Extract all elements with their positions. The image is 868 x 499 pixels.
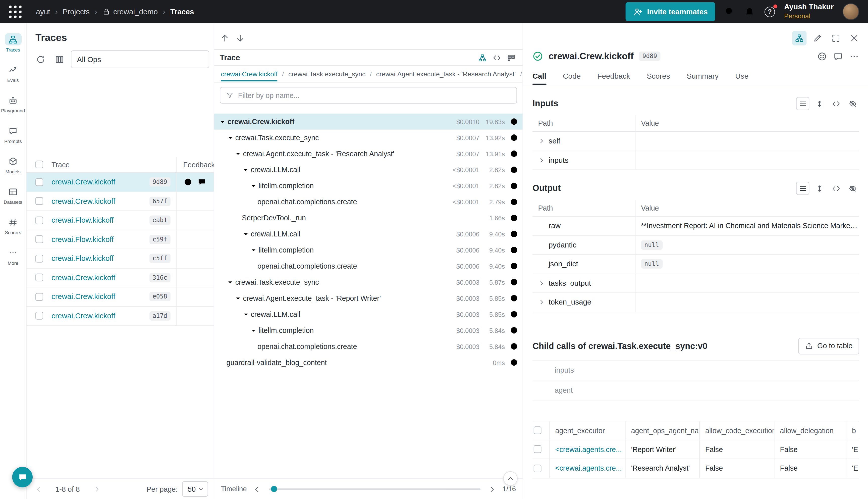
trace-list-row[interactable]: crewai.Crew.kickoff657f: [27, 192, 214, 211]
breadcrumb-item[interactable]: Traces: [170, 8, 194, 16]
tab-use[interactable]: Use: [735, 67, 748, 85]
row-checkbox[interactable]: [35, 178, 43, 186]
json-view-button[interactable]: [829, 97, 843, 110]
chevron-down-icon[interactable]: [250, 246, 258, 254]
trace-name-link[interactable]: crewai.Crew.kickoff: [51, 273, 149, 282]
child-table-column-header[interactable]: allow_delegation: [774, 421, 846, 439]
trace-name-link[interactable]: crewai.Crew.kickoff: [51, 178, 149, 186]
add-comment-icon[interactable]: [833, 51, 843, 61]
tab-call[interactable]: Call: [532, 67, 546, 85]
chevron-down-icon[interactable]: [250, 182, 258, 190]
tab-code[interactable]: Code: [563, 67, 581, 85]
refresh-button[interactable]: [33, 52, 48, 66]
edit-button[interactable]: [810, 31, 825, 45]
go-to-table-button[interactable]: Go to table: [798, 338, 859, 354]
trace-list-row[interactable]: crewai.Crew.kickoffa17d: [27, 306, 214, 326]
close-button[interactable]: [847, 31, 861, 45]
per-page-select[interactable]: 50: [182, 481, 208, 497]
sidebar-item-playground[interactable]: Playground: [0, 94, 26, 113]
trace-breadcrumb-item[interactable]: crewai.Crew.kickoff: [221, 67, 277, 81]
list-view-button[interactable]: [796, 97, 809, 110]
trace-list-row[interactable]: crewai.Flow.kickoffeab1: [27, 211, 214, 230]
row-checkbox[interactable]: [35, 312, 43, 320]
tab-scores[interactable]: Scores: [647, 67, 670, 85]
user-menu[interactable]: Ayush Thakur Personal: [784, 2, 834, 21]
flamegraph-view-button[interactable]: [505, 51, 517, 63]
trace-name-link[interactable]: crewai.Crew.kickoff: [51, 312, 149, 320]
chevron-down-icon[interactable]: [234, 150, 242, 158]
trace-name-link[interactable]: crewai.Crew.kickoff: [51, 197, 149, 205]
trace-tree-row[interactable]: crewai.LLM.call <$0.0001 2.82s: [214, 162, 523, 178]
timeline-slider-handle[interactable]: [271, 486, 277, 492]
comment-feedback-icon[interactable]: [197, 178, 207, 187]
trace-tree-row[interactable]: openai.chat.completions.create <$0.0001 …: [214, 194, 523, 210]
trace-tree-row[interactable]: crewai.Task.execute_sync $0.0007 13.92s: [214, 130, 523, 146]
trace-name-link[interactable]: crewai.Crew.kickoff: [51, 292, 149, 301]
prev-peer-button[interactable]: [218, 31, 232, 45]
kv-row[interactable]: inputs: [532, 151, 859, 170]
expand-all-button[interactable]: [813, 182, 826, 195]
child-table-column-header[interactable]: agent_executor: [549, 421, 625, 439]
trace-tree-row[interactable]: litellm.completion $0.0003 5.84s: [214, 322, 523, 339]
trace-tree-row[interactable]: crewai.Agent.execute_task - 'Report Writ…: [214, 290, 523, 306]
trace-list-row[interactable]: crewai.Flow.kickoffc5ff: [27, 249, 214, 268]
trace-tree-row[interactable]: crewai.Crew.kickoff $0.0010 19.83s: [214, 113, 523, 130]
prev-page-button[interactable]: [32, 483, 44, 495]
trace-tree-row[interactable]: guardrail-validate_blog_content 0ms: [214, 354, 523, 370]
breadcrumb-item[interactable]: Projects: [63, 8, 90, 16]
notifications-bell-icon[interactable]: [744, 6, 755, 17]
timeline-next-button[interactable]: [486, 483, 498, 495]
help-icon[interactable]: ?: [764, 6, 775, 17]
wandb-logo[interactable]: [8, 4, 23, 19]
chevron-down-icon[interactable]: [219, 118, 226, 125]
sidebar-item-traces[interactable]: Traces: [0, 33, 26, 52]
row-checkbox[interactable]: [35, 235, 43, 243]
json-view-button[interactable]: [829, 182, 843, 195]
row-checkbox[interactable]: [35, 273, 43, 281]
trace-name-link[interactable]: crewai.Flow.kickoff: [51, 216, 149, 224]
overflow-menu-icon[interactable]: [849, 51, 859, 61]
columns-button[interactable]: [52, 52, 66, 66]
row-checkbox[interactable]: [534, 446, 542, 453]
column-header-feedback[interactable]: Feedback: [176, 157, 214, 172]
hide-values-button[interactable]: [846, 182, 859, 195]
row-checkbox[interactable]: [35, 216, 43, 224]
ops-filter-select[interactable]: All Ops: [71, 50, 209, 68]
trace-breadcrumb-item[interactable]: crewai.Agent.execute_task - 'Research An…: [376, 70, 516, 78]
hide-values-button[interactable]: [846, 97, 859, 110]
chevron-down-icon[interactable]: [234, 294, 242, 302]
collapse-timeline-button[interactable]: [503, 471, 518, 486]
trace-tree-row[interactable]: openai.chat.completions.create $0.0006 9…: [214, 258, 523, 274]
invite-teammates-button[interactable]: Invite teammates: [625, 2, 715, 21]
chevron-right-icon[interactable]: [538, 280, 545, 287]
add-reaction-icon[interactable]: [817, 51, 827, 61]
next-page-button[interactable]: [91, 483, 103, 495]
fullscreen-button[interactable]: [829, 31, 843, 45]
chevron-right-icon[interactable]: [538, 157, 545, 164]
child-table-row[interactable]: <crewai.agents.cre...'Research Analyst'F…: [532, 459, 859, 478]
trace-tree-row[interactable]: crewai.Agent.execute_task - 'Research An…: [214, 146, 523, 162]
row-checkbox[interactable]: [534, 465, 542, 472]
list-view-button[interactable]: [796, 182, 809, 195]
chevron-down-icon[interactable]: [242, 310, 250, 318]
trace-tree-row[interactable]: crewai.Task.execute_sync $0.0003 5.87s: [214, 274, 523, 290]
child-table-row[interactable]: <crewai.agents.cre...'Report Writer'Fals…: [532, 440, 859, 459]
sidebar-item-more[interactable]: More: [0, 246, 26, 266]
trace-name-link[interactable]: crewai.Flow.kickoff: [51, 235, 149, 243]
chevron-down-icon[interactable]: [242, 166, 250, 174]
breadcrumb-item[interactable]: ayut: [36, 8, 50, 16]
tree-view-button[interactable]: [476, 51, 488, 63]
trace-list-row[interactable]: crewai.Crew.kickoff9d89: [27, 173, 214, 192]
chevron-down-icon[interactable]: [242, 230, 250, 238]
row-checkbox[interactable]: [35, 293, 43, 301]
trace-list-row[interactable]: crewai.Crew.kickoff316c: [27, 268, 214, 288]
trace-tree-row[interactable]: openai.chat.completions.create $0.0003 5…: [214, 339, 523, 354]
sidebar-item-prompts[interactable]: Prompts: [0, 125, 26, 144]
trace-tree-row[interactable]: SerperDevTool._run 1.66s: [214, 210, 523, 226]
chevron-down-icon[interactable]: [226, 134, 234, 142]
chevron-right-icon[interactable]: [538, 299, 545, 306]
row-checkbox[interactable]: [35, 197, 43, 205]
trace-list-row[interactable]: crewai.Crew.kickoffe058: [27, 288, 214, 306]
kv-row[interactable]: token_usage: [532, 293, 859, 312]
sidebar-item-datasets[interactable]: Datasets: [0, 185, 26, 205]
